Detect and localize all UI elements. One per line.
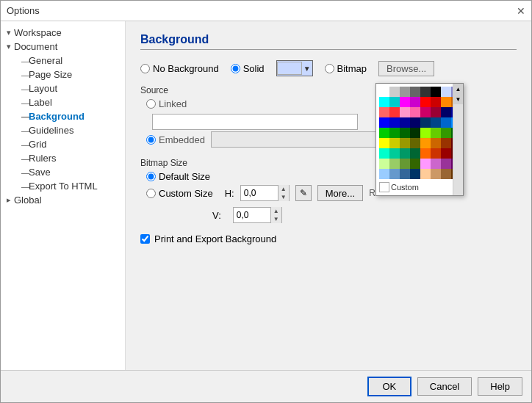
color-cell[interactable] <box>379 128 389 138</box>
sidebar-item-guidelines[interactable]: —Guidelines <box>1 123 125 137</box>
sidebar-item-save[interactable]: —Save <box>1 165 125 179</box>
color-cell[interactable] <box>389 159 400 169</box>
color-dropdown[interactable]: ▼ <box>276 60 313 76</box>
eyedropper-icon[interactable] <box>379 182 389 192</box>
color-cell[interactable] <box>400 138 410 148</box>
color-cell[interactable] <box>431 128 441 138</box>
color-cell[interactable] <box>441 117 451 128</box>
color-cell[interactable] <box>410 97 420 107</box>
solid-radio[interactable] <box>231 64 240 73</box>
ok-button[interactable]: OK <box>367 377 411 396</box>
sidebar-item-export-to-html[interactable]: —Export To HTML <box>1 179 125 193</box>
more-button[interactable]: More... <box>317 185 363 201</box>
color-cell[interactable] <box>389 87 400 97</box>
sidebar-item-general[interactable]: —General <box>1 54 125 68</box>
sidebar-item-label[interactable]: —Label <box>1 95 125 109</box>
color-cell[interactable] <box>379 97 389 107</box>
color-cell[interactable] <box>420 169 431 179</box>
scroll-up-button[interactable]: ▲ <box>453 84 463 94</box>
color-cell[interactable] <box>400 87 410 97</box>
no-background-option[interactable]: No Background <box>140 63 219 74</box>
color-cell[interactable] <box>400 169 410 179</box>
print-label[interactable]: Print and Export Background <box>154 233 276 244</box>
color-cell[interactable] <box>400 107 410 117</box>
color-cell[interactable] <box>441 87 451 97</box>
h-spin-down[interactable]: ▼ <box>278 193 289 201</box>
color-cell[interactable] <box>410 159 420 169</box>
v-spin-down[interactable]: ▼ <box>271 215 281 223</box>
v-spinbox[interactable]: ▲ ▼ <box>233 207 282 223</box>
color-cell[interactable] <box>379 117 389 128</box>
color-cell[interactable] <box>431 87 441 97</box>
sidebar-item-background[interactable]: —Background <box>1 109 125 123</box>
embedded-option[interactable]: Embedded <box>146 134 205 145</box>
color-cell[interactable] <box>389 128 400 138</box>
color-cell[interactable] <box>389 148 400 159</box>
color-cell[interactable] <box>400 148 410 159</box>
color-cell[interactable] <box>431 148 441 159</box>
default-size-radio[interactable] <box>146 172 156 181</box>
color-cell[interactable] <box>379 138 389 148</box>
color-cell[interactable] <box>400 128 410 138</box>
color-cell[interactable] <box>379 148 389 159</box>
cancel-button[interactable]: Cancel <box>417 377 472 396</box>
color-cell[interactable] <box>400 97 410 107</box>
sidebar-item-rulers[interactable]: —Rulers <box>1 151 125 165</box>
color-cell[interactable] <box>379 107 389 117</box>
color-cell[interactable] <box>441 148 451 159</box>
sidebar-item-layout[interactable]: —Layout <box>1 81 125 95</box>
v-spin-up[interactable]: ▲ <box>271 207 281 215</box>
color-cell[interactable] <box>431 169 441 179</box>
color-cell[interactable] <box>389 169 400 179</box>
color-cell[interactable] <box>410 107 420 117</box>
v-input[interactable] <box>234 208 270 222</box>
color-cell[interactable] <box>420 128 431 138</box>
color-cell[interactable] <box>379 87 389 97</box>
scroll-down-button[interactable]: ▼ <box>453 94 463 104</box>
color-cell[interactable] <box>410 117 420 128</box>
color-cell[interactable] <box>431 138 441 148</box>
color-cell[interactable] <box>420 107 431 117</box>
eyedropper-button[interactable]: ✎ <box>295 185 312 201</box>
browse-button[interactable]: Browse... <box>378 61 434 76</box>
color-cell[interactable] <box>420 97 431 107</box>
color-cell[interactable] <box>420 138 431 148</box>
color-cell[interactable] <box>441 107 451 117</box>
color-cell[interactable] <box>389 117 400 128</box>
color-cell[interactable] <box>420 87 431 97</box>
color-cell[interactable] <box>389 138 400 148</box>
color-cell[interactable] <box>431 107 441 117</box>
color-cell[interactable] <box>410 169 420 179</box>
color-cell[interactable] <box>441 159 451 169</box>
color-cell[interactable] <box>379 169 389 179</box>
custom-size-option[interactable]: Custom Size <box>146 188 213 199</box>
sidebar-item-workspace[interactable]: ▾Workspace <box>1 26 125 40</box>
color-cell[interactable] <box>431 159 441 169</box>
bitmap-option[interactable]: Bitmap <box>325 63 367 74</box>
sidebar-item-page-size[interactable]: —Page Size <box>1 68 125 81</box>
color-cell[interactable] <box>410 128 420 138</box>
color-cell[interactable] <box>389 107 400 117</box>
color-cell[interactable] <box>400 117 410 128</box>
color-cell[interactable] <box>441 169 451 179</box>
embedded-radio[interactable] <box>146 135 156 145</box>
sidebar-item-grid[interactable]: —Grid <box>1 137 125 151</box>
color-cell[interactable] <box>410 138 420 148</box>
custom-size-radio[interactable] <box>146 189 156 198</box>
help-button[interactable]: Help <box>478 377 522 396</box>
solid-option[interactable]: Solid <box>231 63 265 74</box>
color-cell[interactable] <box>420 159 431 169</box>
color-cell[interactable] <box>441 128 451 138</box>
no-background-radio[interactable] <box>140 64 150 73</box>
color-cell[interactable] <box>441 97 451 107</box>
print-checkbox[interactable] <box>140 234 150 244</box>
sidebar-item-document[interactable]: ▾Document <box>1 40 125 54</box>
color-cell[interactable] <box>441 138 451 148</box>
color-cell[interactable] <box>389 97 400 107</box>
color-cell[interactable] <box>420 117 431 128</box>
color-cell[interactable] <box>420 148 431 159</box>
color-cell[interactable] <box>410 148 420 159</box>
h-input[interactable] <box>241 186 278 200</box>
sidebar-item-global[interactable]: ▸Global <box>1 193 125 207</box>
linked-radio[interactable] <box>146 99 156 109</box>
